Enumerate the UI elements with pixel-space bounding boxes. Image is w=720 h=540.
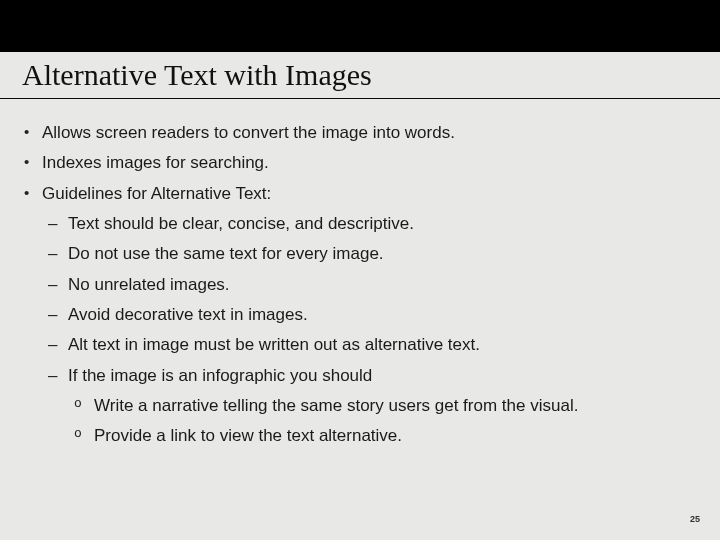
bullet-text: Guidelines for Alternative Text: bbox=[42, 184, 271, 203]
bullet-item: Guidelines for Alternative Text: Text sh… bbox=[22, 181, 698, 450]
sub-bullet-item: No unrelated images. bbox=[42, 272, 698, 298]
bullet-list: Allows screen readers to convert the ima… bbox=[22, 120, 698, 450]
title-underline bbox=[0, 98, 720, 99]
page-number: 25 bbox=[690, 514, 700, 524]
sub-bullet-item: Text should be clear, concise, and descr… bbox=[42, 211, 698, 237]
sub-bullet-item: Do not use the same text for every image… bbox=[42, 241, 698, 267]
subsub-bullet-item: Provide a link to view the text alternat… bbox=[68, 423, 698, 449]
sub-bullet-list: Text should be clear, concise, and descr… bbox=[42, 211, 698, 450]
sub-bullet-item: Avoid decorative text in images. bbox=[42, 302, 698, 328]
bullet-item: Indexes images for searching. bbox=[22, 150, 698, 176]
slide-title: Alternative Text with Images bbox=[22, 58, 372, 92]
sub-bullet-item: If the image is an infographic you shoul… bbox=[42, 363, 698, 450]
subsub-bullet-item: Write a narrative telling the same story… bbox=[68, 393, 698, 419]
bullet-item: Allows screen readers to convert the ima… bbox=[22, 120, 698, 146]
subsub-bullet-list: Write a narrative telling the same story… bbox=[68, 393, 698, 450]
slide-body: Allows screen readers to convert the ima… bbox=[22, 120, 698, 454]
top-black-bar bbox=[0, 0, 720, 52]
sub-bullet-text: If the image is an infographic you shoul… bbox=[68, 366, 372, 385]
sub-bullet-item: Alt text in image must be written out as… bbox=[42, 332, 698, 358]
